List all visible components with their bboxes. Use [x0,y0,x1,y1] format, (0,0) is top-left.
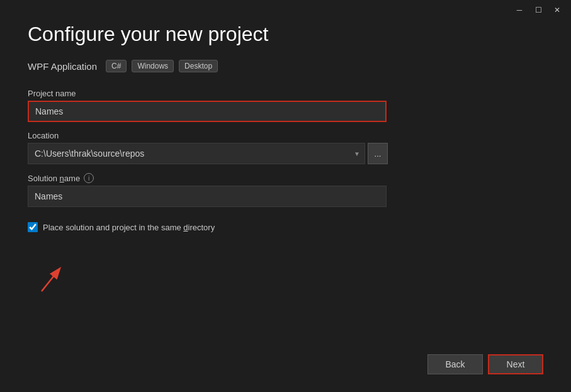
project-name-label: Project name [28,89,543,98]
app-type-label: WPF Application [28,61,97,72]
next-button[interactable]: Next [488,354,543,374]
tag-csharp: C# [106,60,127,72]
location-select[interactable]: C:\Users\thrak\source\repos [28,143,365,164]
solution-name-label: Solution name [28,174,80,183]
title-bar: ─ ☐ ✕ [506,0,571,20]
app-type-row: WPF Application C# Windows Desktop [28,60,543,72]
same-directory-checkbox[interactable] [28,222,38,232]
minimize-button[interactable]: ─ [511,4,528,16]
browse-button[interactable]: ... [368,143,388,164]
close-button[interactable]: ✕ [548,4,566,16]
bottom-bar: Back Next [28,344,543,379]
location-group: Location C:\Users\thrak\source\repos ▼ .… [28,131,543,164]
page-title: Configure your new project [28,23,543,46]
info-icon: i [84,173,94,183]
project-name-input[interactable] [28,101,387,122]
solution-label-row: Solution name i [28,173,543,183]
checkbox-row: Place solution and project in the same d… [28,222,543,232]
tag-windows: Windows [132,60,174,72]
maximize-button[interactable]: ☐ [529,4,547,16]
same-directory-label: Place solution and project in the same d… [43,223,215,232]
back-button[interactable]: Back [427,354,483,374]
solution-name-group: Solution name i [28,173,543,207]
location-row: C:\Users\thrak\source\repos ▼ ... [28,143,543,164]
location-label: Location [28,131,543,140]
location-dropdown-wrapper: C:\Users\thrak\source\repos ▼ [28,143,365,164]
main-content: Configure your new project WPF Applicati… [0,0,571,392]
form-section: Project name Location C:\Users\thrak\sou… [28,89,543,344]
project-name-group: Project name [28,89,543,122]
solution-name-input[interactable] [28,186,387,207]
tag-desktop: Desktop [179,60,218,72]
